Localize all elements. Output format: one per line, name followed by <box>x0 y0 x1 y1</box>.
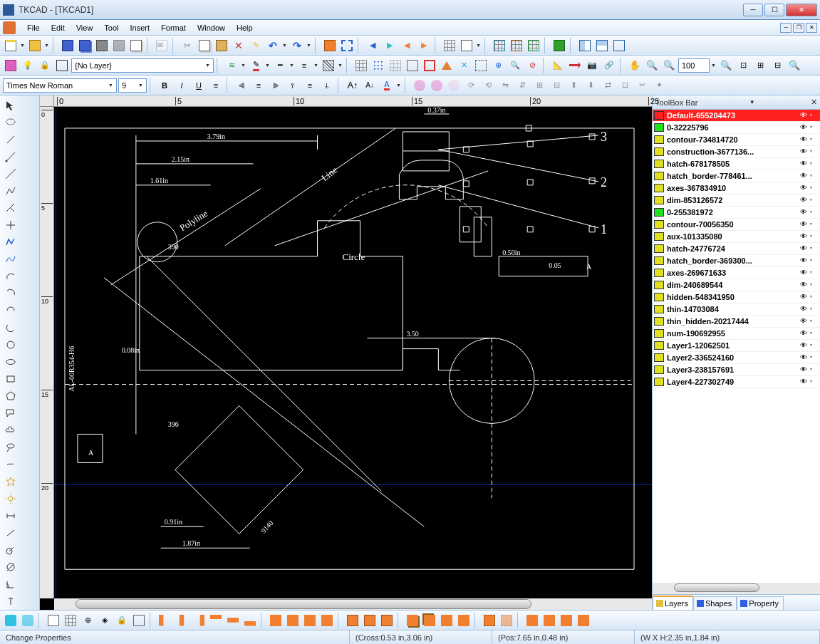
layer-visibility-icon[interactable]: 👁 <box>800 353 810 362</box>
ray-tool[interactable] <box>2 149 19 165</box>
ruler-vertical[interactable]: 0 5 10 15 20 <box>40 107 54 598</box>
snap-find-button[interactable]: 🔍 <box>507 58 523 73</box>
zoom-realtime-button[interactable]: ⊞ <box>752 58 768 73</box>
minimize-button[interactable]: ─ <box>743 4 763 16</box>
mdi-minimize-button[interactable]: ─ <box>780 23 792 33</box>
print-button[interactable] <box>94 38 110 53</box>
layer-lock-icon[interactable]: ▫ <box>810 269 819 277</box>
layer-row[interactable]: thin_hidden-20217444 👁 ▫ <box>653 316 820 328</box>
bt-show[interactable] <box>131 613 147 628</box>
bt-rotate[interactable] <box>559 613 574 628</box>
layer-lock-icon[interactable]: ▫ <box>810 293 819 301</box>
array-button[interactable]: ⊡ <box>617 78 633 93</box>
zoom-prev-button[interactable]: ⊟ <box>769 58 785 73</box>
align-h-left-button[interactable]: ⫷ <box>234 78 249 93</box>
layer-visibility-icon[interactable]: 👁 <box>800 208 810 217</box>
layer-icon[interactable] <box>3 58 19 73</box>
layout2-button[interactable] <box>594 38 610 53</box>
delete-button[interactable]: ✕ <box>231 38 246 53</box>
calc-button[interactable] <box>459 38 474 53</box>
layer-visibility-icon[interactable]: 👁 <box>800 269 810 277</box>
redo-button[interactable]: ↷ <box>289 38 305 53</box>
layer-visibility-icon[interactable]: 👁 <box>800 135 810 144</box>
layer-lock-icon[interactable]: ▫ <box>810 160 819 168</box>
arrow-left-orange-button[interactable]: ◀ <box>399 38 415 53</box>
copy-button[interactable] <box>197 38 212 53</box>
font-dec-button[interactable]: A↓ <box>362 78 378 93</box>
zoom-extent-button[interactable]: ⊡ <box>735 58 751 73</box>
bt-bwd[interactable] <box>456 613 472 628</box>
bt-align-c[interactable] <box>174 613 190 628</box>
layer-lock-icon[interactable]: ▫ <box>810 111 819 120</box>
hatch-button[interactable] <box>321 58 336 73</box>
circle-tool[interactable] <box>2 337 19 353</box>
cut-button[interactable]: ✂ <box>180 38 195 53</box>
bt-snap1[interactable] <box>46 613 61 628</box>
xline-tool[interactable] <box>2 166 19 182</box>
table-button[interactable] <box>492 38 507 53</box>
bt-mirror-v[interactable] <box>541 613 557 628</box>
explode-button[interactable]: ✦ <box>651 78 667 93</box>
dim-radius-tool[interactable] <box>2 542 19 558</box>
toolbox-close-icon[interactable]: ✕ <box>811 98 817 107</box>
underline-button[interactable]: U <box>191 78 207 93</box>
menu-tool[interactable]: Tool <box>98 22 124 33</box>
layer-row[interactable]: Layer2-336524160 👁 ▫ <box>653 352 820 364</box>
italic-button[interactable]: I <box>174 78 190 93</box>
linetype-button[interactable]: ≡ <box>296 58 312 73</box>
bt-back[interactable] <box>422 613 437 628</box>
bt-snap4[interactable]: ◈ <box>97 613 113 628</box>
toolbox-hscroll[interactable] <box>653 583 820 594</box>
snap-red-button[interactable] <box>422 58 437 73</box>
font-color-button[interactable]: A <box>379 78 395 93</box>
layer-visibility-icon[interactable]: 👁 <box>800 378 810 386</box>
layer-row[interactable]: Layer1-12062501 👁 ▫ <box>653 340 820 352</box>
layer-visibility-icon[interactable]: 👁 <box>800 220 810 229</box>
flip-v-button[interactable]: ⇵ <box>514 78 530 93</box>
layer-visibility-icon[interactable]: 👁 <box>800 365 810 374</box>
layer-row[interactable]: thin-14703084 👁 ▫ <box>653 303 820 316</box>
layer-lock-icon[interactable]: ▫ <box>810 123 819 132</box>
bt-scale[interactable] <box>576 613 591 628</box>
group-button[interactable]: ⊞ <box>531 78 547 93</box>
zoom-input[interactable] <box>678 58 710 73</box>
bt-align-r[interactable] <box>191 613 207 628</box>
tab-shapes[interactable]: Shapes <box>693 596 737 610</box>
new-button[interactable] <box>3 38 19 53</box>
layer-visibility-icon[interactable]: 👁 <box>800 305 810 313</box>
rect-tool[interactable] <box>2 371 19 387</box>
lock-icon[interactable]: 🔒 <box>37 58 53 73</box>
arc3-tool[interactable] <box>2 303 19 318</box>
mirror-button[interactable]: ⇄ <box>600 78 616 93</box>
snap-tri-button[interactable] <box>439 58 455 73</box>
fill2-button[interactable] <box>429 78 445 93</box>
select-all-button[interactable] <box>339 38 355 53</box>
layer-row[interactable]: num-190692955 👁 ▫ <box>653 328 820 340</box>
dim-aligned-tool[interactable] <box>2 525 19 541</box>
bt-size-both[interactable] <box>379 613 395 628</box>
canvas-hscrollbar[interactable] <box>54 598 652 610</box>
format-painter-button[interactable]: ✎ <box>248 38 264 53</box>
layer-lock-icon[interactable]: ▫ <box>810 305 819 313</box>
bt-group[interactable] <box>482 613 497 628</box>
align-h-center-button[interactable]: ≡ <box>251 78 266 93</box>
tape-button[interactable] <box>567 58 583 73</box>
layer-visibility-icon[interactable]: 👁 <box>800 196 810 204</box>
layer-visibility-icon[interactable]: 👁 <box>800 244 810 253</box>
bt-mirror-h[interactable] <box>524 613 540 628</box>
layer-lock-icon[interactable]: ▫ <box>810 220 819 229</box>
lineweight-button[interactable]: ━ <box>272 58 288 73</box>
line-tool[interactable] <box>2 132 19 147</box>
dim-linear-tool[interactable] <box>2 508 19 524</box>
font-select[interactable]: Times New Roman ▼ <box>3 78 117 93</box>
cross-tool[interactable] <box>2 217 19 233</box>
layer-lock-icon[interactable]: ▫ <box>810 244 819 253</box>
tab-property[interactable]: Property <box>737 596 784 610</box>
layer-visibility-icon[interactable]: 👁 <box>800 293 810 301</box>
callout2-tool[interactable] <box>2 440 19 455</box>
polygon-tool[interactable] <box>2 388 19 404</box>
layer-list[interactable]: Default-655204473 👁 ▫ 0-32225796 👁 ▫ con… <box>653 110 820 583</box>
snap-target-button[interactable]: ⊕ <box>490 58 506 73</box>
menu-edit[interactable]: Edit <box>46 22 71 33</box>
layer-row[interactable]: axes-269671633 👁 ▫ <box>653 267 820 279</box>
